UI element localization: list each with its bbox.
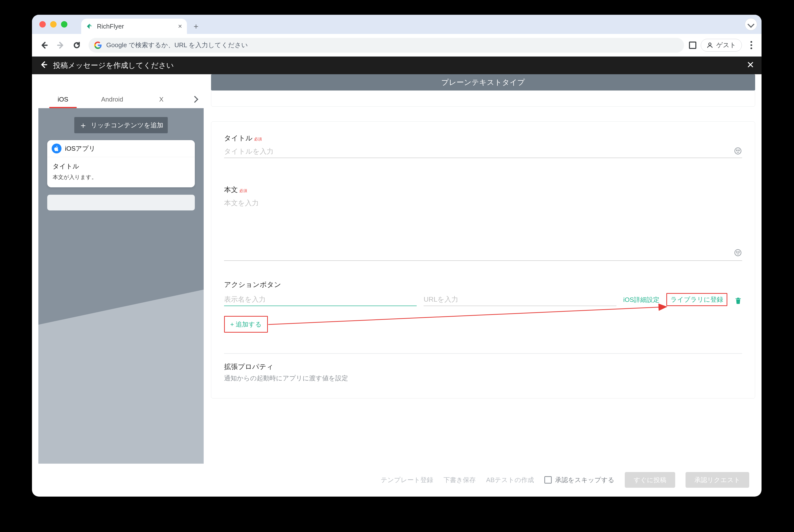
- panel-icon[interactable]: [689, 41, 696, 49]
- close-window-button[interactable]: [39, 21, 46, 27]
- browser-tab[interactable]: RichFlyer ×: [81, 19, 187, 34]
- action-button-section: アクションボタン 表示名を入力 URLを入力 iOS詳細設定 ライブラリに登録: [224, 280, 742, 332]
- body-required-badge: 必須: [239, 188, 247, 193]
- register-library-link[interactable]: ライブラリに登録: [666, 293, 727, 306]
- tab-android-label: Android: [101, 96, 123, 103]
- footer-draft-link[interactable]: 下書き保存: [443, 476, 476, 484]
- app-close-button[interactable]: [747, 61, 754, 70]
- title-label: タイトル: [224, 133, 253, 143]
- body-label: 本文: [224, 185, 238, 194]
- preview-app-name: iOSアプリ: [65, 144, 95, 153]
- tab-x-label: X: [159, 96, 163, 103]
- extended-props-description: 通知からの起動時にアプリに渡す値を設定: [224, 374, 742, 382]
- app-header-title: 投稿メッセージを作成してください: [53, 60, 174, 71]
- back-button[interactable]: [39, 60, 48, 71]
- delete-action-button[interactable]: [734, 296, 742, 306]
- footer-bar: テンプレート登録 下書き保存 ABテストの作成 承認をスキップする すぐに投稿 …: [38, 469, 755, 491]
- chevron-right-icon: [191, 96, 198, 103]
- nav-forward-button[interactable]: [54, 38, 68, 52]
- title-input[interactable]: タイトルを入力: [224, 145, 742, 158]
- body-field: 本文 必須 本文を入力: [224, 185, 742, 261]
- content-type-label: プレーンテキストタイプ: [441, 77, 525, 88]
- google-icon: [94, 41, 102, 49]
- extended-props-label: 拡張プロパティ: [224, 362, 742, 372]
- title-placeholder: タイトルを入力: [224, 147, 274, 156]
- action-url-placeholder: URLを入力: [424, 295, 458, 304]
- footer-skip-approval-checkbox[interactable]: 承認をスキップする: [544, 476, 614, 484]
- tab-overflow-button[interactable]: [745, 18, 757, 31]
- chevron-down-icon: [747, 21, 754, 28]
- add-rich-content-label: リッチコンテンツを追加: [91, 121, 163, 130]
- tab-close-icon[interactable]: ×: [178, 22, 182, 30]
- footer-request-approval-button[interactable]: 承認リクエスト: [685, 472, 749, 488]
- footer-skip-approval-label: 承認をスキップする: [555, 476, 614, 484]
- window-controls: [39, 21, 68, 27]
- footer-post-now-button[interactable]: すぐに投稿: [625, 472, 675, 488]
- footer-template-link[interactable]: テンプレート登録: [381, 476, 433, 484]
- favicon-icon: [86, 23, 93, 30]
- tab-android[interactable]: Android: [88, 91, 137, 108]
- preview-placeholder: [47, 195, 195, 210]
- title-required-badge: 必須: [254, 137, 262, 142]
- svg-point-5: [736, 251, 737, 252]
- notification-preview-card: iOSアプリ タイトル 本文が入ります。: [47, 140, 195, 187]
- browser-tab-title: RichFlyer: [97, 23, 124, 30]
- browser-menu-button[interactable]: [746, 41, 756, 49]
- body-textarea[interactable]: 本文を入力: [224, 197, 742, 261]
- action-display-input[interactable]: 表示名を入力: [224, 291, 417, 306]
- minimize-window-button[interactable]: [50, 21, 57, 27]
- svg-point-4: [735, 249, 741, 256]
- action-url-input[interactable]: URLを入力: [424, 291, 616, 306]
- tabs-more-button[interactable]: [186, 91, 204, 108]
- footer-abtest-link[interactable]: ABテストの作成: [486, 476, 534, 484]
- preview-title: タイトル: [53, 162, 189, 171]
- svg-point-0: [709, 43, 711, 45]
- content-type-banner: プレーンテキストタイプ: [211, 74, 755, 91]
- checkbox-icon: [544, 476, 552, 483]
- person-icon: [706, 42, 713, 49]
- new-tab-button[interactable]: +: [190, 20, 202, 33]
- profile-guest-label: ゲスト: [716, 41, 736, 50]
- browser-titlebar: RichFlyer × +: [32, 15, 761, 34]
- add-action-button[interactable]: + 追加する: [225, 317, 267, 332]
- svg-point-1: [735, 148, 741, 154]
- preview-body: 本文が入ります。: [53, 174, 189, 181]
- apple-icon: [52, 144, 61, 153]
- preview-sidebar: iOS Android X ＋ リッチコンテンツを追加: [38, 91, 204, 464]
- ios-detail-link[interactable]: iOS詳細設定: [623, 296, 660, 306]
- top-empty-panel: [211, 91, 755, 107]
- nav-back-button[interactable]: [37, 38, 51, 52]
- app-header: 投稿メッセージを作成してください: [32, 57, 761, 74]
- profile-guest-button[interactable]: ゲスト: [701, 39, 742, 52]
- tab-x[interactable]: X: [137, 91, 186, 108]
- svg-point-6: [739, 251, 739, 252]
- emoji-picker-button[interactable]: [734, 147, 742, 156]
- section-divider: [224, 353, 742, 354]
- omnibox-placeholder: Google で検索するか、URL を入力してください: [106, 41, 248, 50]
- add-action-label: + 追加する: [230, 320, 262, 329]
- action-label: アクションボタン: [224, 280, 281, 289]
- platform-tabs: iOS Android X: [38, 91, 204, 108]
- browser-toolbar: Google で検索するか、URL を入力してください ゲスト: [32, 34, 761, 57]
- message-form-panel: タイトル 必須 タイトルを入力 本文: [211, 121, 755, 399]
- maximize-window-button[interactable]: [61, 21, 68, 27]
- omnibox[interactable]: Google で検索するか、URL を入力してください: [89, 38, 684, 53]
- emoji-picker-button[interactable]: [734, 249, 742, 258]
- nav-reload-button[interactable]: [70, 38, 84, 52]
- tab-ios[interactable]: iOS: [38, 91, 88, 108]
- svg-point-3: [739, 150, 739, 150]
- browser-window: RichFlyer × + Google で検索するか: [32, 15, 761, 497]
- title-field: タイトル 必須 タイトルを入力: [224, 133, 742, 158]
- action-display-placeholder: 表示名を入力: [224, 295, 266, 304]
- add-rich-content-button[interactable]: ＋ リッチコンテンツを追加: [74, 117, 168, 133]
- svg-point-2: [736, 150, 737, 150]
- body-placeholder: 本文を入力: [224, 198, 259, 208]
- tab-ios-label: iOS: [58, 96, 68, 103]
